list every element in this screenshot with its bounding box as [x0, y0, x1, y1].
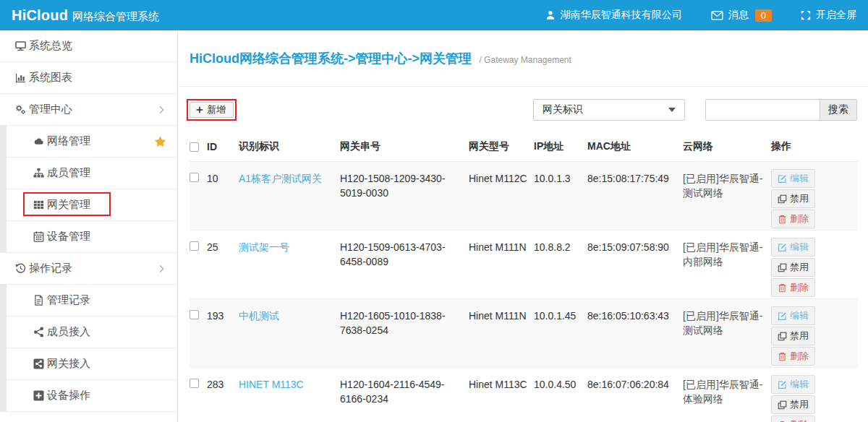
monitor-icon — [14, 40, 26, 52]
sidebar-item-device-management[interactable]: 设备管理 — [0, 221, 177, 253]
sidebar-item-member-management[interactable]: 成员管理 — [0, 158, 177, 189]
plus-icon — [196, 105, 203, 116]
delete-button[interactable]: 删除 — [771, 347, 815, 366]
row-checkbox[interactable] — [190, 173, 199, 182]
page-title: HiCloud网络综合管理系统->管理中心->网关管理 — [190, 51, 472, 66]
edit-button-label: 编辑 — [790, 309, 809, 322]
column-header-id: ID — [207, 134, 239, 162]
sidebar-item-label: 管理中心 — [29, 103, 72, 116]
messages-count-badge: 0 — [755, 9, 772, 22]
column-header-ip: IP地址 — [534, 134, 587, 162]
search-input[interactable] — [705, 99, 820, 121]
table-row: 193 中机测试 H120-1605-1010-1838-7638-0254 H… — [190, 299, 858, 368]
delete-button-label: 删除 — [790, 281, 809, 294]
cell-id: 283 — [207, 368, 239, 422]
delete-button[interactable]: 删除 — [771, 415, 815, 422]
history-icon — [14, 263, 26, 275]
cell-network: [已启用]华辰智通-内部网络 — [683, 231, 771, 299]
calendar-icon — [33, 231, 44, 243]
column-header-serial: 网关串号 — [340, 134, 469, 162]
table-row: 283 HINET M113C H120-1604-2116-4549-6166… — [190, 368, 858, 422]
edit-button[interactable]: 编辑 — [771, 306, 815, 325]
filter-selected-value: 网关标识 — [542, 103, 583, 116]
edit-button[interactable]: 编辑 — [771, 375, 815, 394]
sidebar-item-management-center[interactable]: 管理中心 — [0, 94, 177, 126]
sidebar: 系统总览 系统图表 管理中心 网络管理 成员管理 — [0, 30, 178, 422]
disable-button-label: 禁用 — [790, 330, 809, 343]
messages-menu[interactable]: 消息 0 — [711, 9, 772, 22]
cell-mac: 8e:16:07:06:20:84 — [587, 368, 683, 422]
sidebar-item-device-operations[interactable]: 设备操作 — [0, 380, 177, 412]
edit-button-label: 编辑 — [790, 172, 809, 185]
column-header-name: 识别标识 — [239, 134, 340, 162]
sidebar-item-network-management[interactable]: 网络管理 — [0, 126, 177, 158]
sidebar-item-system-charts[interactable]: 系统图表 — [0, 62, 177, 94]
envelope-icon — [711, 11, 723, 20]
chevron-right-icon — [157, 265, 164, 272]
cell-model: Hinet M111N — [469, 231, 534, 299]
gateway-table: ID 识别标识 网关串号 网关型号 IP地址 MAC地址 云网络 操作 10 — [190, 134, 858, 422]
favorite-star-icon[interactable] — [154, 135, 166, 147]
chart-icon — [14, 72, 26, 84]
sitemap-icon — [33, 168, 44, 179]
fullscreen-toggle[interactable]: 开启全屏 — [801, 9, 856, 22]
cell-serial: H120-1605-1010-1838-7638-0254 — [340, 299, 469, 368]
sidebar-item-gateway-management[interactable]: 网关管理 — [0, 189, 177, 221]
cell-ip: 10.0.1.3 — [534, 162, 587, 231]
table-row: 10 A1栋客户测试网关 H120-1508-1209-3430-5019-00… — [190, 162, 858, 231]
grid-icon — [33, 199, 44, 211]
cell-mac: 8e:16:05:10:63:43 — [587, 299, 683, 368]
cell-model: Hinet M113C — [469, 368, 534, 422]
filter-field-select[interactable]: 网关标识 — [533, 99, 685, 121]
gateway-name-link[interactable]: 中机测试 — [239, 310, 279, 322]
sidebar-item-system-overview[interactable]: 系统总览 — [0, 30, 177, 62]
cell-ip: 10.0.4.50 — [534, 368, 587, 422]
cell-network: [已启用]华辰智通-测试网络 — [683, 299, 771, 368]
gateway-name-link[interactable]: HINET M113C — [239, 379, 304, 390]
sidebar-item-label: 管理记录 — [47, 293, 90, 307]
disable-button[interactable]: 禁用 — [771, 395, 815, 414]
gears-icon — [14, 104, 26, 116]
cell-ip: 10.8.8.2 — [534, 231, 587, 299]
sidebar-item-member-access[interactable]: 成员接入 — [0, 316, 177, 348]
disable-button-label: 禁用 — [790, 261, 809, 274]
cell-model: Hinet M111N — [469, 299, 534, 368]
row-checkbox[interactable] — [190, 379, 199, 388]
chevron-right-icon — [157, 106, 164, 113]
row-checkbox[interactable] — [190, 310, 199, 319]
add-gateway-button[interactable]: 新增 — [190, 102, 234, 118]
share-icon — [33, 327, 44, 338]
delete-button[interactable]: 删除 — [771, 210, 815, 228]
add-button-label: 新增 — [207, 103, 226, 116]
sidebar-item-gateway-access[interactable]: 网关接入 — [0, 348, 177, 380]
user-icon — [545, 10, 556, 20]
select-all-checkbox[interactable] — [190, 142, 199, 152]
delete-button[interactable]: 删除 — [771, 278, 815, 297]
plus-square-icon — [33, 390, 44, 402]
edit-button[interactable]: 编辑 — [771, 169, 815, 188]
delete-button-label: 删除 — [790, 350, 809, 363]
page-subtitle: / Gateway Management — [479, 55, 571, 65]
sidebar-item-label: 成员管理 — [47, 166, 90, 180]
cell-mac: 8e:15:09:07:58:90 — [587, 231, 683, 299]
edit-button[interactable]: 编辑 — [771, 238, 815, 257]
disable-button[interactable]: 禁用 — [771, 258, 815, 277]
sidebar-item-operation-records[interactable]: 操作记录 — [0, 253, 177, 285]
cell-ip: 10.0.1.45 — [534, 299, 587, 368]
sidebar-item-label: 操作记录 — [29, 262, 72, 275]
row-checkbox[interactable] — [190, 241, 199, 251]
app-logo[interactable]: HiCloud 网络综合管理系统 — [12, 7, 159, 24]
sidebar-item-management-records[interactable]: 管理记录 — [0, 285, 177, 316]
gateway-name-link[interactable]: A1栋客户测试网关 — [239, 173, 322, 184]
cell-id: 193 — [207, 299, 239, 368]
company-name: 湖南华辰智通科技有限公司 — [561, 9, 682, 22]
disable-button[interactable]: 禁用 — [771, 189, 815, 208]
disable-button[interactable]: 禁用 — [771, 327, 815, 345]
gateway-name-link[interactable]: 测试架一号 — [239, 241, 289, 253]
company-menu[interactable]: 湖南华辰智通科技有限公司 — [545, 9, 682, 22]
sidebar-item-label: 网关管理 — [47, 198, 90, 212]
cell-network: [已启用]华辰智通-体验网络 — [683, 368, 771, 422]
disable-button-label: 禁用 — [790, 192, 809, 205]
search-button[interactable]: 搜索 — [820, 99, 857, 121]
brand-name: HiCloud — [12, 7, 68, 24]
